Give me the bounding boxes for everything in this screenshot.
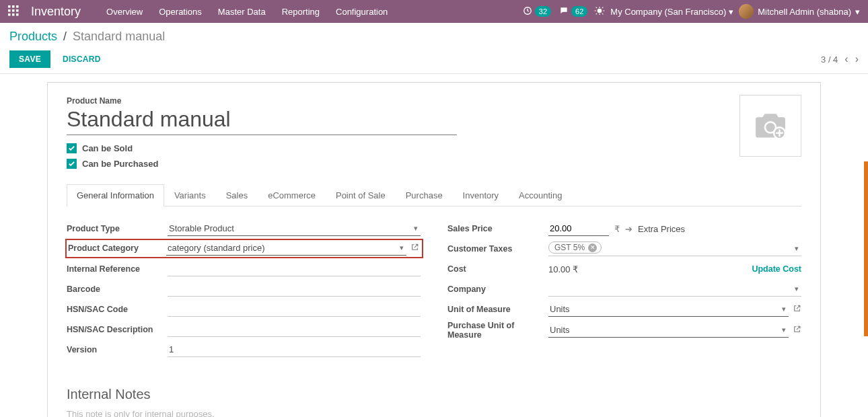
company-label: Company	[447, 285, 548, 294]
checkbox-checked-icon	[67, 159, 77, 169]
navbar: Inventory Overview Operations Master Dat…	[0, 0, 868, 23]
product-category-select[interactable]	[166, 241, 406, 256]
arrow-right-icon: ➔	[625, 224, 632, 234]
apps-icon[interactable]	[8, 5, 19, 18]
svg-rect-3	[8, 9, 11, 12]
external-link-icon[interactable]	[410, 243, 419, 254]
sales-price-input[interactable]	[548, 221, 609, 236]
external-link-icon[interactable]	[793, 304, 801, 315]
version-label: Version	[67, 345, 168, 354]
can-be-purchased-label: Can be Purchased	[82, 159, 158, 169]
right-column: Sales Price ₹ ➔ Extra Prices Customer Ta…	[447, 219, 801, 360]
navbar-right: 32 62 My Company (San Francisco) ▾ Mitch…	[521, 4, 860, 19]
extra-prices-link[interactable]: Extra Prices	[638, 224, 685, 234]
uom-label: Unit of Measure	[447, 305, 548, 314]
sales-price-label: Sales Price	[447, 224, 548, 233]
menu-operations[interactable]: Operations	[152, 1, 209, 22]
product-type-select[interactable]	[168, 221, 421, 236]
internal-reference-input[interactable]	[168, 262, 421, 276]
can-be-purchased-checkbox[interactable]: Can be Purchased	[67, 159, 801, 169]
external-link-icon[interactable]	[793, 325, 801, 336]
breadcrumb: Products / Standard manual	[9, 30, 859, 44]
menu-reporting[interactable]: Reporting	[275, 1, 326, 22]
tab-point-of-sale[interactable]: Point of Sale	[326, 184, 396, 206]
tab-inventory[interactable]: Inventory	[453, 184, 509, 206]
main-menu: Overview Operations Master Data Reportin…	[100, 1, 394, 22]
product-image-placeholder[interactable]	[739, 95, 801, 157]
product-category-label: Product Category	[68, 243, 166, 253]
scrollbar[interactable]	[864, 161, 868, 336]
tab-variants[interactable]: Variants	[164, 184, 216, 206]
product-name-label: Product Name	[67, 96, 801, 106]
svg-point-10	[598, 8, 602, 13]
can-be-sold-checkbox[interactable]: Can be Sold	[67, 143, 801, 153]
save-button[interactable]: SAVE	[9, 50, 50, 68]
caret-down-icon: ▾	[855, 7, 860, 17]
checkbox-checked-icon	[67, 143, 77, 153]
product-name-input[interactable]	[67, 106, 457, 135]
discard-button[interactable]: DISCARD	[56, 50, 108, 68]
tab-accounting[interactable]: Accounting	[509, 184, 572, 206]
svg-rect-1	[12, 5, 15, 8]
left-column: Product Type ▾ Product Category ▾	[67, 219, 421, 360]
user-menu[interactable]: Mitchell Admin (shabna) ▾	[739, 4, 860, 19]
cost-label: Cost	[447, 264, 548, 274]
tag-remove-icon[interactable]: ✕	[588, 243, 597, 252]
form-sheet: Product Name Can be Sold Can be Purchase…	[47, 82, 821, 417]
tab-purchase[interactable]: Purchase	[396, 184, 453, 206]
menu-master-data[interactable]: Master Data	[211, 1, 273, 22]
svg-rect-5	[16, 9, 19, 12]
app-title[interactable]: Inventory	[31, 5, 81, 19]
chat-icon	[559, 6, 569, 17]
purchase-uom-label: Purchase Unit of Measure	[447, 321, 548, 340]
caret-down-icon: ▾	[729, 7, 733, 17]
control-bar: Products / Standard manual SAVE DISCARD …	[0, 23, 868, 74]
breadcrumb-sep: /	[61, 30, 69, 43]
pager: 3 / 4 ‹ ›	[821, 53, 859, 65]
hsn-desc-input[interactable]	[168, 322, 421, 337]
can-be-sold-label: Can be Sold	[82, 143, 133, 153]
breadcrumb-current: Standard manual	[73, 30, 165, 43]
svg-rect-2	[16, 5, 19, 8]
avatar	[739, 4, 754, 19]
menu-overview[interactable]: Overview	[100, 1, 149, 22]
svg-rect-6	[8, 13, 11, 16]
svg-rect-7	[12, 13, 15, 16]
tab-general-information[interactable]: General Information	[67, 184, 164, 206]
barcode-label: Barcode	[67, 285, 168, 294]
internal-reference-label: Internal Reference	[67, 264, 168, 274]
messages-button[interactable]: 62	[558, 5, 589, 18]
company-switcher[interactable]: My Company (San Francisco) ▾	[610, 7, 733, 17]
debug-icon[interactable]	[594, 5, 605, 18]
tax-tag-label: GST 5%	[554, 243, 585, 252]
currency-symbol: ₹	[614, 224, 620, 234]
product-type-label: Product Type	[67, 224, 168, 233]
camera-plus-icon	[752, 110, 789, 142]
tax-tag[interactable]: GST 5% ✕	[548, 241, 602, 254]
company-select[interactable]	[548, 282, 801, 297]
tab-ecommerce[interactable]: eCommerce	[258, 184, 326, 206]
user-name: Mitchell Admin (shabna)	[758, 7, 851, 17]
activities-button[interactable]: 32	[521, 5, 552, 18]
pager-prev[interactable]: ‹	[844, 53, 848, 65]
update-cost-button[interactable]: Update Cost	[752, 264, 801, 274]
svg-rect-4	[12, 9, 15, 12]
version-input[interactable]	[168, 342, 421, 357]
pager-next[interactable]: ›	[855, 53, 859, 65]
clock-icon	[523, 6, 532, 17]
uom-select[interactable]	[548, 302, 789, 317]
internal-notes-input[interactable]: This note is only for internal purposes.	[67, 409, 801, 417]
hsn-code-label: HSN/SAC Code	[67, 305, 168, 314]
purchase-uom-select[interactable]	[548, 323, 789, 338]
svg-rect-0	[8, 5, 11, 8]
tabs: General Information Variants Sales eComm…	[67, 184, 801, 206]
barcode-input[interactable]	[168, 282, 421, 297]
pager-text: 3 / 4	[821, 54, 838, 65]
svg-rect-8	[16, 13, 19, 16]
tab-sales[interactable]: Sales	[216, 184, 258, 206]
activities-badge: 32	[535, 6, 551, 17]
menu-configuration[interactable]: Configuration	[329, 1, 394, 22]
breadcrumb-root[interactable]: Products	[9, 30, 57, 43]
messages-badge: 62	[571, 6, 587, 17]
hsn-code-input[interactable]	[168, 302, 421, 317]
